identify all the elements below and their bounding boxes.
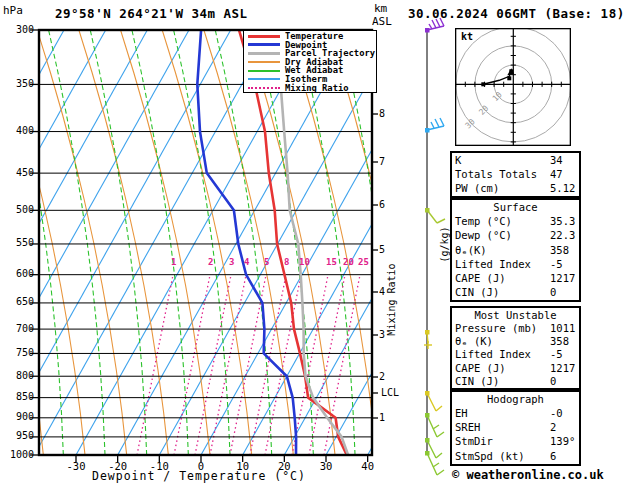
metric-value: 47 — [550, 167, 563, 181]
table-row: Lifted Index-5 — [452, 257, 579, 271]
metric-value: 139° — [550, 434, 575, 448]
hodograph-ring-label: 30 — [464, 117, 477, 130]
legend-line-sample-icon — [248, 78, 280, 80]
metric-value: 0 — [550, 285, 556, 299]
pressure-tick-label: 750 — [6, 347, 34, 358]
table-row: θₑ (K)358 — [452, 335, 579, 348]
temperature-tick-label: 30 — [309, 460, 343, 472]
metric-value: 35.3 — [550, 214, 575, 228]
metric-label: θₑ (K) — [455, 335, 493, 347]
hodograph-trace-marker — [481, 82, 485, 86]
pressure-tick-label: 600 — [6, 268, 34, 279]
table-row: θₑ(K)358 — [452, 243, 579, 257]
altitude-unit-asl-label: ASL — [372, 15, 392, 28]
mixing-ratio-line — [250, 275, 286, 455]
metric-label: CIN (J) — [455, 375, 499, 387]
table-row: CIN (J)0 — [452, 285, 579, 299]
metric-value: 2 — [550, 420, 556, 434]
pressure-tick-label: 700 — [6, 323, 34, 334]
pressure-tick-label: 350 — [6, 78, 34, 89]
km-tick-label: 7 — [379, 156, 385, 167]
metric-value: -0 — [550, 406, 563, 420]
metric-label: CIN (J) — [455, 286, 499, 298]
temperature-curve — [239, 30, 347, 455]
km-tick-label: 1 — [379, 412, 385, 423]
table-row: CIN (J)0 — [452, 375, 579, 388]
skewt-sounding-app: hPa 29°58'N 264°21'W 34m ASL km ASL 30.0… — [0, 0, 629, 486]
mixing-ratio-value-label: 4 — [244, 257, 249, 267]
mixing-ratio-value-label: 1 — [171, 257, 176, 267]
mixing-ratio-value-label: 15 — [326, 257, 337, 267]
hodograph: 102030 — [455, 28, 571, 146]
mixing-ratio-line — [309, 275, 345, 455]
mixing-ratio-line — [195, 275, 231, 455]
dry-adiabat-line — [37, 30, 126, 455]
metric-value: 1217 — [550, 271, 575, 285]
table-row: PW (cm)5.12 — [452, 181, 579, 195]
wind-barb — [425, 208, 445, 223]
km-tick-label: 5 — [379, 244, 385, 255]
metric-label: Lifted Index — [455, 258, 531, 270]
mixing-ratio-value-label: 25 — [358, 257, 369, 267]
metric-label: PW (cm) — [455, 182, 499, 194]
metric-value: 5.12 — [550, 181, 575, 195]
mixing-ratio-axis-label: Mixing Ratio — [386, 260, 397, 340]
legend-item: Mixing Ratio — [248, 84, 376, 93]
lcl-label: LCL — [381, 387, 399, 398]
metric-value: 22.3 — [550, 228, 575, 242]
metric-value: -5 — [550, 257, 563, 271]
mixing-ratio-line — [292, 275, 328, 455]
table-section-title: Surface — [452, 200, 579, 214]
table-row: CAPE (J)1217 — [452, 271, 579, 285]
temperature-tick-label: 10 — [226, 460, 260, 472]
hodograph-unit-label: kt — [461, 31, 473, 42]
metric-value: 1217 — [550, 362, 575, 375]
table-row: K34 — [452, 153, 579, 167]
wind-barb — [425, 391, 442, 411]
temperature-tick-label: -20 — [101, 460, 135, 472]
altitude-unit-km-label: km — [374, 2, 387, 15]
parcel-trajectory-curve — [278, 30, 348, 455]
metric-label: Temp (°C) — [455, 215, 512, 227]
hodograph-ring-label: 10 — [491, 90, 504, 103]
pressure-tick-label: 550 — [6, 237, 34, 248]
legend-line-sample-icon — [248, 87, 280, 89]
isotherm-line — [0, 30, 231, 455]
hodograph-trace — [483, 70, 511, 84]
legend-line-sample-icon — [248, 43, 280, 46]
metric-label: CAPE (J) — [455, 362, 506, 374]
metric-label: EH — [455, 407, 468, 419]
plot-border — [39, 30, 372, 455]
wind-barb — [425, 118, 444, 133]
dry-adiabat-line — [287, 30, 376, 455]
metric-label: SREH — [455, 421, 480, 433]
table-row: EH-0 — [452, 406, 579, 420]
table-row: Pressure (mb)1011 — [452, 322, 579, 335]
metric-label: CAPE (J) — [455, 272, 506, 284]
legend-line-sample-icon — [248, 70, 280, 72]
mixing-ratio-value-label: 5 — [264, 257, 269, 267]
hodograph-ring-label: 20 — [477, 104, 490, 117]
metric-value: 0 — [550, 375, 556, 388]
temperature-tick-label: -10 — [142, 460, 176, 472]
metric-label: Totals Totals — [455, 168, 537, 180]
table-row: SREH2 — [452, 420, 579, 434]
table-row: StmDir139° — [452, 434, 579, 448]
legend-line-sample-icon — [248, 35, 280, 38]
wind-barb — [425, 413, 444, 437]
metric-value: 34 — [550, 153, 563, 167]
metric-label: Dewp (°C) — [455, 229, 512, 241]
metric-value: 6 — [550, 449, 556, 463]
table-row: StmSpd (kt)6 — [452, 449, 579, 463]
km-tick-label: 3 — [379, 329, 385, 340]
legend-line-sample-icon — [248, 52, 280, 55]
table-row: Lifted Index-5 — [452, 348, 579, 361]
metric-label: Pressure (mb) — [455, 322, 537, 334]
table-section-title: Most Unstable — [452, 308, 579, 322]
datetime-title: 30.06.2024 06GMT (Base: 18) — [408, 6, 625, 21]
station-coordinates-title: 29°58'N 264°21'W 34m ASL — [55, 6, 248, 21]
surface-table: SurfaceTemp (°C)35.3Dewp (°C)22.3θₑ(K)35… — [450, 198, 581, 302]
table-row: Totals Totals47 — [452, 167, 579, 181]
pressure-tick-label: 500 — [6, 204, 34, 215]
legend-line-sample-icon — [248, 61, 280, 63]
